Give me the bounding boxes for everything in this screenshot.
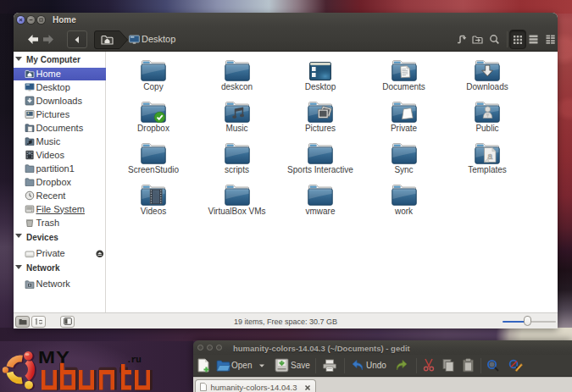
- svg-text:a: a: [488, 152, 493, 161]
